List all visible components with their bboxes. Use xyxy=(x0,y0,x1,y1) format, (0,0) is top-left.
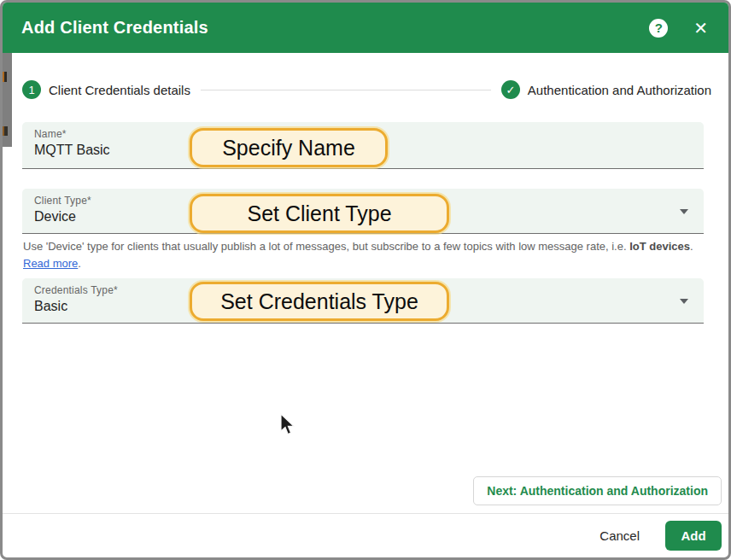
step-2-check-icon: ✓ xyxy=(501,80,520,99)
add-button[interactable]: Add xyxy=(665,521,722,551)
hint-text: Use 'Device' type for clients that usual… xyxy=(23,240,629,253)
next-authentication-authorization-button[interactable]: Next: Authentication and Authorization xyxy=(473,476,722,505)
hint-bold-text: IoT devices xyxy=(629,240,690,253)
mouse-cursor xyxy=(278,412,296,438)
read-more-link[interactable]: Read more xyxy=(23,257,78,270)
help-icon[interactable]: ? xyxy=(649,19,668,38)
chevron-down-icon[interactable] xyxy=(680,209,688,214)
cancel-button[interactable]: Cancel xyxy=(593,523,646,548)
client-type-hint: Use 'Device' type for clients that usual… xyxy=(23,238,710,272)
dialog-footer: Cancel Add xyxy=(3,514,722,557)
step-2-label: Authentication and Authorization xyxy=(528,83,711,97)
background-page-sliver xyxy=(3,53,12,147)
add-client-credentials-dialog: Add Client Credentials ? ✕ 1 Client Cred… xyxy=(0,0,731,560)
stepper-connector-line xyxy=(201,90,491,90)
hint-link-suffix: . xyxy=(78,257,81,270)
annotation-set-credentials-type: Set Credentials Type xyxy=(190,282,449,321)
step-1-label: Client Credentials details xyxy=(49,83,190,97)
step-client-credentials-details[interactable]: 1 Client Credentials details xyxy=(22,80,190,99)
annotation-specify-name: Specify Name xyxy=(190,128,388,167)
chevron-down-icon[interactable] xyxy=(680,299,688,304)
step-authentication-authorization[interactable]: ✓ Authentication and Authorization xyxy=(501,80,711,99)
annotation-set-client-type: Set Client Type xyxy=(190,194,449,233)
stepper: 1 Client Credentials details ✓ Authentic… xyxy=(22,79,711,100)
hint-text-after: . xyxy=(690,240,693,253)
close-icon[interactable]: ✕ xyxy=(692,18,710,38)
background-fragment xyxy=(3,126,8,136)
step-1-circle: 1 xyxy=(22,80,41,99)
background-fragment xyxy=(3,72,7,82)
dialog-title: Add Client Credentials xyxy=(21,18,649,38)
dialog-header: Add Client Credentials ? ✕ xyxy=(3,3,728,53)
